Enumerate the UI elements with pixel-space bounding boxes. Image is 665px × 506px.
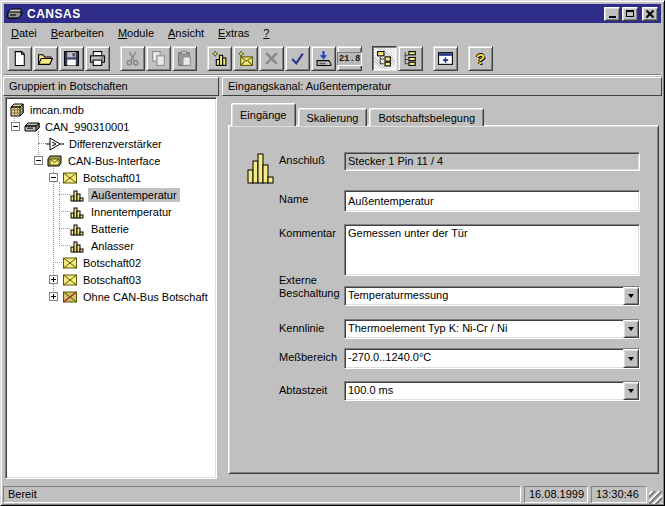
paste-button[interactable] bbox=[172, 46, 197, 71]
open-file-button[interactable] bbox=[33, 46, 58, 71]
tree-connector-line bbox=[53, 262, 62, 263]
channel-icon bbox=[70, 187, 86, 203]
expand-icon[interactable] bbox=[49, 275, 58, 284]
app-window: CANSAS Datei Bearbeiten Module Ansicht E… bbox=[0, 0, 665, 506]
message-icon bbox=[62, 170, 78, 186]
tab-botschaftsbelegung[interactable]: Botschaftsbelegung bbox=[369, 108, 484, 126]
name-label: Name bbox=[279, 193, 343, 206]
status-time: 13:30:46 bbox=[591, 486, 647, 503]
tree-item-botschaft03[interactable]: Botschaft03 bbox=[6, 271, 216, 288]
download-button[interactable] bbox=[311, 46, 336, 71]
abtastzeit-combobox[interactable]: 100.0 ms bbox=[344, 381, 640, 401]
messbereich-label: Meßbereich bbox=[279, 351, 343, 364]
tree-item-label: Botschaft03 bbox=[80, 273, 144, 287]
tree-item-anlasser[interactable]: Anlasser bbox=[6, 237, 216, 254]
menu-module[interactable]: Module bbox=[111, 25, 161, 41]
new-channel-button[interactable] bbox=[207, 46, 232, 71]
tree-connector-line bbox=[38, 143, 46, 144]
cut-button[interactable] bbox=[120, 46, 145, 71]
collapse-icon[interactable] bbox=[11, 122, 20, 131]
tab-skalierung[interactable]: Skalierung bbox=[298, 108, 368, 126]
anschluss-field: Stecker 1 Pin 11 / 4 bbox=[344, 152, 640, 171]
save-button[interactable] bbox=[59, 46, 84, 71]
download-icon bbox=[315, 50, 332, 67]
panel-splitter[interactable] bbox=[217, 97, 222, 479]
measure-display-icon: 21.8 bbox=[337, 52, 363, 66]
new-file-button[interactable] bbox=[7, 46, 32, 71]
tree-item-can-990310001[interactable]: CAN_990310001 bbox=[6, 118, 216, 135]
minimize-button[interactable] bbox=[604, 7, 620, 21]
collapse-icon[interactable] bbox=[49, 173, 58, 182]
new-window-button[interactable] bbox=[433, 46, 458, 71]
left-panel-header: Gruppiert in Botschaften bbox=[3, 77, 219, 96]
menu-bearbeiten[interactable]: Bearbeiten bbox=[44, 25, 111, 41]
resize-grip[interactable] bbox=[649, 491, 662, 504]
tree-item-ohne-can-bus-botschaft[interactable]: Ohne CAN-Bus Botschaft bbox=[6, 288, 216, 305]
can-interface-icon bbox=[47, 153, 63, 169]
message-disabled-icon bbox=[62, 289, 78, 305]
messbereich-combobox[interactable]: -270.0..1240.0°C bbox=[344, 348, 640, 369]
tree-item-label: Ohne CAN-Bus Botschaft bbox=[80, 290, 211, 304]
expand-icon[interactable] bbox=[49, 292, 58, 301]
title-bar[interactable]: CANSAS bbox=[4, 4, 661, 23]
kennlinie-combobox[interactable]: Thermoelement Typ K: Ni-Cr / Ni bbox=[344, 319, 640, 339]
tree-item-aussentemperatur[interactable]: Außentemperatur bbox=[6, 186, 216, 203]
channel-icon bbox=[70, 221, 86, 237]
tree-item-label: imcan.mdb bbox=[27, 103, 87, 117]
name-input[interactable] bbox=[344, 190, 640, 212]
cut-icon bbox=[124, 50, 141, 67]
message-icon bbox=[62, 272, 78, 288]
dropdown-arrow-button[interactable] bbox=[623, 382, 639, 400]
new-channel-icon bbox=[211, 50, 228, 67]
menu-ansicht[interactable]: Ansicht bbox=[161, 25, 211, 41]
tab-strip: Eingänge Skalierung Botschaftsbelegung bbox=[231, 104, 486, 126]
tree-item-botschaft01[interactable]: Botschaft01 bbox=[6, 169, 216, 186]
tree-view-button[interactable] bbox=[372, 46, 397, 71]
tree-item-innentemperatur[interactable]: Innentemperatur bbox=[6, 203, 216, 220]
externe-beschaltung-combobox[interactable]: Temperaturmessung bbox=[344, 286, 640, 306]
tree-item-batterie[interactable]: Batterie bbox=[6, 220, 216, 237]
print-button[interactable] bbox=[85, 46, 110, 71]
combobox-value: -270.0..1240.0°C bbox=[345, 349, 623, 368]
message-tree-panel: imcan.mdb CAN_990310001 Differenzv bbox=[5, 97, 217, 479]
menu-datei[interactable]: Datei bbox=[4, 25, 44, 41]
measure-display-button[interactable]: 21.8 bbox=[337, 46, 362, 71]
chevron-down-icon bbox=[628, 357, 634, 361]
list-view-button[interactable] bbox=[398, 46, 423, 71]
collapse-icon[interactable] bbox=[34, 156, 43, 165]
status-message: Bereit bbox=[3, 486, 521, 503]
tree-item-can-bus-interface[interactable]: CAN-Bus-Interface bbox=[6, 152, 216, 169]
menu-extras[interactable]: Extras bbox=[211, 25, 256, 41]
tree-item-label-selected: Außentemperatur bbox=[88, 188, 180, 202]
list-view-icon bbox=[402, 50, 419, 67]
tab-eingaenge[interactable]: Eingänge bbox=[231, 103, 296, 126]
tree-item-imcan-mdb[interactable]: imcan.mdb bbox=[6, 101, 216, 118]
kommentar-textarea[interactable]: Gemessen unter der Tür bbox=[344, 224, 640, 276]
tree-item-label: Innentemperatur bbox=[88, 205, 175, 219]
tree-connector-line bbox=[59, 194, 70, 195]
check-button[interactable] bbox=[285, 46, 310, 71]
copy-button[interactable] bbox=[146, 46, 171, 71]
anschluss-label: Anschluß bbox=[279, 154, 343, 167]
delete-button[interactable] bbox=[259, 46, 284, 71]
new-message-button[interactable] bbox=[233, 46, 258, 71]
maximize-button[interactable] bbox=[622, 7, 638, 21]
histogram-icon bbox=[247, 152, 274, 185]
tree-item-label: Botschaft02 bbox=[80, 256, 144, 270]
app-icon bbox=[7, 7, 23, 21]
right-panel-header: Eingangskanal: Außentemperatur bbox=[222, 77, 662, 96]
dropdown-arrow-button[interactable] bbox=[623, 349, 639, 368]
help-button[interactable]: ? bbox=[468, 46, 493, 71]
close-icon bbox=[646, 10, 654, 17]
menu-help[interactable]: ? bbox=[256, 25, 276, 41]
close-button[interactable] bbox=[642, 7, 658, 21]
tree-connector-line bbox=[59, 245, 70, 246]
dropdown-arrow-button[interactable] bbox=[623, 287, 639, 305]
dropdown-arrow-button[interactable] bbox=[623, 320, 639, 338]
new-window-icon bbox=[437, 50, 454, 67]
kennlinie-label: Kennlinie bbox=[279, 322, 343, 335]
tree-item-botschaft02[interactable]: Botschaft02 bbox=[6, 254, 216, 271]
toolbar: 21.8 bbox=[4, 43, 661, 75]
tree-item-differenzverstaerker[interactable]: Differenzverstärker bbox=[6, 135, 216, 152]
module-icon bbox=[24, 119, 40, 135]
